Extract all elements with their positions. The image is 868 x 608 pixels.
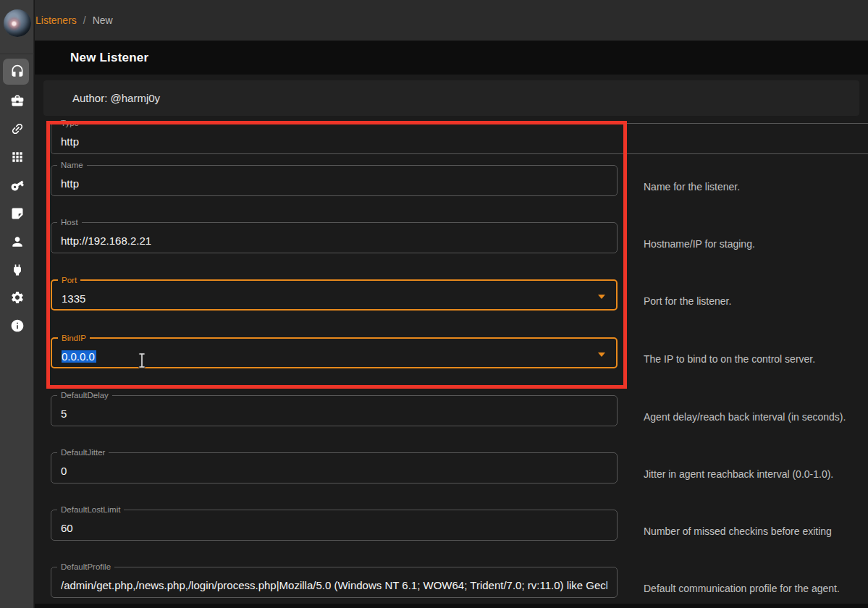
note-icon	[10, 206, 25, 221]
defaultlostlimit-field-value: 60	[61, 522, 73, 534]
port-select-description: Port for the listener.	[644, 295, 864, 308]
type-field-value: http	[61, 135, 79, 148]
port-select-value: 1335	[62, 292, 85, 305]
sidebar-item-about[interactable]	[1, 312, 33, 339]
title-bar: New Listener	[35, 41, 868, 75]
sidebar-item-modules[interactable]	[1, 143, 33, 171]
defaultdelay-field-value: 5	[61, 408, 67, 420]
name-field-value: http	[61, 177, 79, 190]
defaultlostlimit-field-description: Number of missed checkins before exiting	[644, 525, 864, 538]
defaultprofile-field-value: /admin/get.php,/news.php,/login/process.…	[61, 579, 607, 591]
defaultprofile-field-label: DefaultProfile	[57, 562, 114, 573]
logo-area	[0, 0, 34, 54]
defaultjitter-field-description: Jitter in agent reachback interval (0.0-…	[644, 468, 864, 481]
defaultprofile-field[interactable]: DefaultProfile /admin/get.php,/news.php,…	[51, 567, 618, 598]
sidebar-item-settings[interactable]	[1, 284, 33, 311]
port-select-label: Port	[58, 275, 80, 286]
grid-icon	[10, 150, 25, 164]
host-field-description: Hostname/IP for staging.	[644, 238, 864, 250]
top-bar	[35, 0, 868, 41]
bindip-select-value: 0.0.0.0	[62, 350, 96, 363]
breadcrumb-listeners-link[interactable]: Listeners	[35, 14, 77, 26]
defaultjitter-field-label: DefaultJitter	[57, 447, 109, 458]
name-field[interactable]: Name http	[51, 165, 618, 196]
type-field[interactable]: Type http	[51, 123, 868, 154]
defaultdelay-field-label: DefaultDelay	[57, 390, 112, 401]
gear-icon	[10, 290, 25, 305]
starkiller-logo	[4, 9, 31, 37]
bindip-select[interactable]: BindIP 0.0.0.0	[51, 337, 618, 368]
next-section-edge	[35, 604, 868, 608]
breadcrumb: Listeners / New	[35, 0, 113, 41]
selected-text: 0.0.0.0	[62, 350, 96, 363]
chevron-down-icon[interactable]	[598, 295, 605, 299]
sidebar-item-plugins[interactable]	[1, 256, 33, 284]
person-icon	[10, 235, 25, 249]
sidebar-item-connections[interactable]	[1, 115, 33, 143]
sidebar-item-listeners[interactable]	[1, 58, 33, 85]
defaultprofile-field-description: Default communication profile for the ag…	[644, 583, 864, 595]
bindip-select-description: The IP to bind to on the control server.	[644, 353, 864, 366]
key-icon	[10, 178, 25, 193]
starkiller-app: Listeners / New New Listener	[0, 0, 868, 608]
briefcase-icon	[10, 93, 25, 108]
page-title: New Listener	[70, 51, 148, 65]
defaultdelay-field-description: Agent delay/reach back interval (in seco…	[644, 411, 864, 423]
chevron-down-icon[interactable]	[598, 352, 605, 357]
name-field-label: Name	[57, 160, 87, 171]
author-card: Author: @harmj0y	[43, 80, 859, 116]
defaultdelay-field[interactable]: DefaultDelay 5	[51, 395, 618, 426]
breadcrumb-separator: /	[83, 14, 86, 26]
headset-icon	[10, 64, 25, 79]
defaultjitter-field[interactable]: DefaultJitter 0	[51, 452, 618, 484]
host-field[interactable]: Host http://192.168.2.21	[51, 222, 618, 253]
bindip-select-label: BindIP	[58, 333, 90, 344]
sidebar-item-stagers[interactable]	[1, 87, 33, 114]
host-field-value: http://192.168.2.21	[61, 235, 151, 247]
author-text: Author: @harmj0y	[72, 92, 160, 104]
info-icon	[10, 318, 25, 333]
defaultjitter-field-value: 0	[61, 465, 67, 477]
sidebar-item-users[interactable]	[1, 228, 33, 256]
port-select[interactable]: Port 1335	[51, 279, 618, 311]
defaultlostlimit-field-label: DefaultLostLimit	[57, 504, 124, 515]
host-field-label: Host	[57, 217, 82, 228]
sidebar-item-reporting[interactable]	[1, 200, 33, 227]
sidebar-nav	[0, 0, 34, 608]
name-field-description: Name for the listener.	[644, 181, 864, 193]
defaultlostlimit-field[interactable]: DefaultLostLimit 60	[51, 510, 618, 541]
plug-icon	[10, 263, 25, 277]
type-field-label: Type	[57, 118, 83, 129]
sidebar-item-credentials[interactable]	[1, 172, 33, 199]
link-icon	[10, 122, 25, 136]
breadcrumb-current-page: New	[93, 14, 113, 26]
